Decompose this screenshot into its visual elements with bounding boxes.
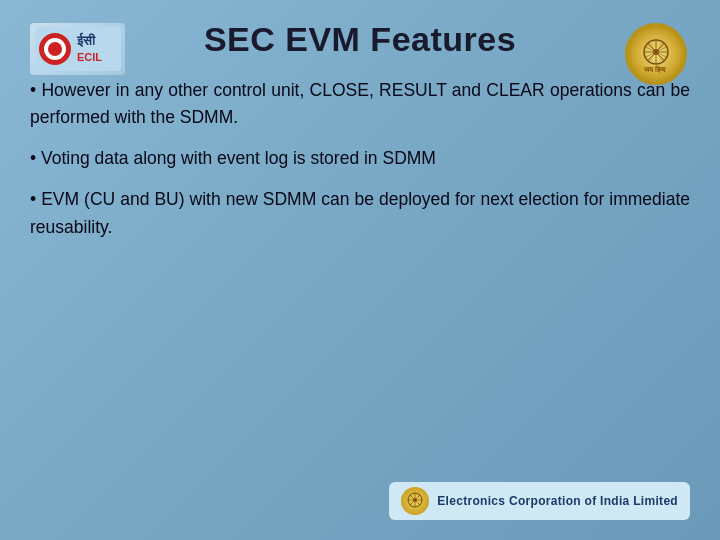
content-area: • However in any other control unit, CLO… — [30, 77, 690, 474]
bullet-text-2: • Voting data along with event log is st… — [30, 145, 690, 172]
bullet-text-3: • EVM (CU and BU) with new SDMM can be d… — [30, 186, 690, 240]
footer-emblem — [401, 487, 429, 515]
svg-text:जय हिन्द: जय हिन्द — [643, 65, 666, 73]
header-area: ईसी ECIL SEC EVM Features — [30, 20, 690, 59]
footer-company-name: Electronics Corporation of India Limited — [437, 494, 678, 508]
footer-area: Electronics Corporation of India Limited — [30, 474, 690, 520]
bullet-block-3: • EVM (CU and BU) with new SDMM can be d… — [30, 186, 690, 240]
india-emblem: जय हिन्द — [622, 20, 690, 88]
svg-point-3 — [48, 42, 62, 56]
bullet-block-2: • Voting data along with event log is st… — [30, 145, 690, 172]
footer-company-logo: Electronics Corporation of India Limited — [389, 482, 690, 520]
ecil-logo: ईसी ECIL — [30, 20, 130, 78]
bullet-text-1: • However in any other control unit, CLO… — [30, 77, 690, 131]
page-title: SEC EVM Features — [204, 20, 516, 59]
svg-text:ईसी: ईसी — [76, 32, 96, 48]
svg-text:ECIL: ECIL — [77, 51, 102, 63]
bullet-block-1: • However in any other control unit, CLO… — [30, 77, 690, 131]
slide-container: ईसी ECIL SEC EVM Features — [0, 0, 720, 540]
